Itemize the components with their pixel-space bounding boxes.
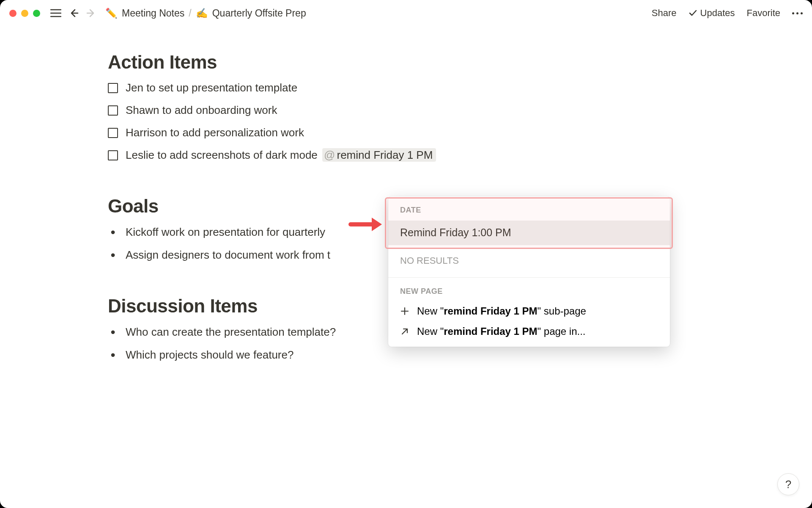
checkbox[interactable] [108, 150, 118, 160]
topbar-actions: Share Updates Favorite [652, 8, 803, 19]
popup-date-header: DATE [388, 196, 670, 221]
mention-popup: DATE Remind Friday 1:00 PM NO RESULTS NE… [388, 196, 670, 347]
popup-new-page-in[interactable]: New "remind Friday 1 PM" page in... [388, 321, 670, 347]
todo-item[interactable]: Shawn to add onboarding work [108, 104, 812, 117]
at-icon: @ [324, 149, 335, 161]
app-window: ✏️ Meeting Notes / ✍️ Quarterly Offsite … [0, 0, 812, 508]
popup-newpage-header: NEW PAGE [388, 277, 670, 301]
todo-text: Leslie to add screenshots of dark mode @… [126, 149, 436, 162]
todo-list: Jen to set up presentation template Shaw… [108, 81, 812, 162]
todo-item[interactable]: Harrison to add personalization work [108, 126, 812, 139]
maximize-window-button[interactable] [33, 10, 40, 17]
todo-item[interactable]: Jen to set up presentation template [108, 81, 812, 94]
writing-hand-icon: ✍️ [196, 8, 208, 19]
todo-text: Jen to set up presentation template [126, 81, 297, 94]
pencil-icon: ✏️ [105, 8, 118, 19]
sidebar-toggle-button[interactable] [49, 7, 62, 19]
breadcrumb-current[interactable]: Quarterly Offsite Prep [212, 8, 306, 19]
favorite-button[interactable]: Favorite [747, 8, 780, 19]
breadcrumb: ✏️ Meeting Notes / ✍️ Quarterly Offsite … [105, 8, 306, 19]
back-button[interactable] [67, 7, 80, 19]
topbar: ✏️ Meeting Notes / ✍️ Quarterly Offsite … [0, 0, 812, 26]
plus-icon [400, 306, 409, 316]
checkbox[interactable] [108, 83, 118, 93]
todo-item[interactable]: Leslie to add screenshots of dark mode @… [108, 149, 812, 162]
popup-no-results: NO RESULTS [388, 245, 670, 277]
breadcrumb-parent[interactable]: Meeting Notes [122, 8, 184, 19]
forward-button[interactable] [85, 7, 98, 19]
checkbox[interactable] [108, 105, 118, 116]
popup-date-option[interactable]: Remind Friday 1:00 PM [388, 221, 670, 245]
action-items-heading: Action Items [108, 52, 812, 73]
more-menu-button[interactable] [792, 12, 803, 14]
updates-button[interactable]: Updates [689, 8, 735, 19]
window-controls [9, 10, 40, 17]
checkbox[interactable] [108, 128, 118, 138]
minimize-window-button[interactable] [21, 10, 28, 17]
mention-chip[interactable]: @remind Friday 1 PM [322, 148, 436, 162]
close-window-button[interactable] [9, 10, 16, 17]
todo-text: Shawn to add onboarding work [126, 104, 277, 117]
breadcrumb-separator: / [189, 8, 191, 19]
check-icon [689, 9, 697, 17]
list-item[interactable]: Which projects should we feature? [108, 348, 812, 362]
todo-text: Harrison to add personalization work [126, 126, 304, 139]
help-button[interactable]: ? [777, 473, 799, 495]
share-button[interactable]: Share [652, 8, 677, 19]
arrow-up-right-icon [400, 327, 409, 336]
popup-new-subpage[interactable]: New "remind Friday 1 PM" sub-page [388, 301, 670, 321]
